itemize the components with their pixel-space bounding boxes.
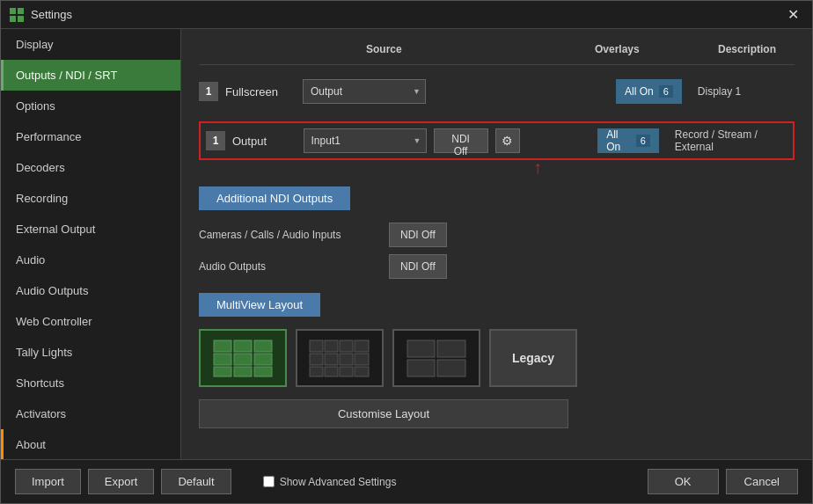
sidebar-item-about[interactable]: About <box>1 429 180 459</box>
sidebar-item-activators[interactable]: Activators <box>1 398 180 429</box>
row1-overlays-badge[interactable]: All On 6 <box>616 79 682 104</box>
row2-num: 1 <box>206 131 225 150</box>
advanced-settings-label: Show Advanced Settings <box>280 476 397 488</box>
layout-option-legacy[interactable]: Legacy <box>489 329 577 387</box>
source-header: Source <box>366 43 507 55</box>
audio-ndi-button[interactable]: NDI Off <box>389 254 447 279</box>
sidebar-item-display[interactable]: Display <box>1 29 180 60</box>
row2-ndi-button[interactable]: NDI Off <box>434 128 488 153</box>
svg-rect-28 <box>437 360 465 376</box>
row2-source-select[interactable]: Input1 <box>304 128 427 153</box>
sidebar-item-audio[interactable]: Audio <box>1 245 180 275</box>
cancel-button[interactable]: Cancel <box>726 469 798 494</box>
svg-rect-7 <box>214 354 231 365</box>
cameras-ndi-row: Cameras / Calls / Audio Inputs NDI Off <box>199 223 795 247</box>
svg-rect-21 <box>310 367 323 376</box>
svg-rect-24 <box>355 367 369 376</box>
svg-rect-17 <box>310 354 323 365</box>
legacy-label: Legacy <box>512 351 554 365</box>
row1-overlays-text: All On <box>625 85 654 98</box>
svg-rect-20 <box>355 354 369 365</box>
svg-rect-1 <box>18 8 24 14</box>
svg-rect-0 <box>10 8 16 14</box>
close-button[interactable]: ✕ <box>782 4 803 26</box>
arrow-indicator: ↑ <box>533 157 542 178</box>
row1-label: Fullscreen <box>225 85 296 99</box>
row1-overlays-count: 6 <box>659 85 673 98</box>
row2-overlays-count: 6 <box>636 135 650 147</box>
sidebar-item-options[interactable]: Options <box>1 91 180 121</box>
multiview-button[interactable]: MultiView Layout <box>199 293 320 317</box>
svg-rect-4 <box>214 340 231 352</box>
layout-option-2[interactable] <box>296 329 384 387</box>
svg-rect-12 <box>254 367 272 376</box>
svg-rect-10 <box>214 367 231 376</box>
audio-ndi-row: Audio Outputs NDI Off <box>199 254 795 279</box>
additional-ndi-section: Additional NDI Outputs Cameras / Calls /… <box>199 186 795 279</box>
window-title: Settings <box>31 8 72 21</box>
row2-gear-button[interactable]: ⚙ <box>495 128 520 153</box>
advanced-settings-checkbox[interactable] <box>263 476 275 487</box>
svg-rect-13 <box>310 340 323 352</box>
cameras-ndi-button[interactable]: NDI Off <box>389 223 447 247</box>
svg-rect-16 <box>355 340 369 352</box>
audio-ndi-label: Audio Outputs <box>199 260 375 273</box>
svg-rect-27 <box>407 360 435 376</box>
app-icon <box>10 8 24 22</box>
sidebar-item-decoders[interactable]: Decoders <box>1 152 180 183</box>
svg-rect-8 <box>234 354 252 365</box>
row2-label: Output <box>232 135 297 148</box>
sidebar-item-recording[interactable]: Recording <box>1 183 180 214</box>
row2-description: Record / Stream / External <box>675 128 787 153</box>
svg-rect-9 <box>254 354 272 365</box>
svg-rect-14 <box>325 340 338 352</box>
sidebar: Display Outputs / NDI / SRT Options Perf… <box>1 29 181 459</box>
footer: Import Export Default Show Advanced Sett… <box>1 459 812 503</box>
cameras-ndi-label: Cameras / Calls / Audio Inputs <box>199 229 375 241</box>
sidebar-item-audio-outputs[interactable]: Audio Outputs <box>1 275 180 306</box>
layout-option-3[interactable] <box>392 329 480 387</box>
sidebar-item-outputs[interactable]: Outputs / NDI / SRT <box>1 60 180 91</box>
additional-ndi-button[interactable]: Additional NDI Outputs <box>199 186 350 210</box>
svg-rect-18 <box>325 354 338 365</box>
advanced-settings-checkbox-label[interactable]: Show Advanced Settings <box>263 476 397 488</box>
layout-option-1[interactable] <box>199 329 287 387</box>
sidebar-item-performance[interactable]: Performance <box>1 121 180 152</box>
row1-source-select[interactable]: Output <box>303 79 426 104</box>
description-header: Description <box>718 43 776 55</box>
row2-overlays-text: All On <box>606 128 631 153</box>
svg-rect-19 <box>340 354 353 365</box>
row2-overlays-badge[interactable]: All On 6 <box>597 128 659 153</box>
svg-rect-11 <box>234 367 252 376</box>
svg-rect-25 <box>407 340 435 357</box>
svg-rect-15 <box>340 340 353 352</box>
svg-rect-2 <box>10 16 16 22</box>
row1-num: 1 <box>199 82 218 101</box>
sidebar-item-web-controller[interactable]: Web Controller <box>1 306 180 337</box>
sidebar-item-tally-lights[interactable]: Tally Lights <box>1 337 180 368</box>
sidebar-item-shortcuts[interactable]: Shortcuts <box>1 368 180 398</box>
ok-button[interactable]: OK <box>648 469 719 494</box>
import-button[interactable]: Import <box>15 469 81 494</box>
svg-rect-6 <box>254 340 272 352</box>
fullscreen-row: 1 Fullscreen Output All On 6 Display 1 <box>199 79 795 104</box>
svg-rect-23 <box>340 367 353 376</box>
column-headers: Source Overlays Description <box>199 43 795 65</box>
row1-description: Display 1 <box>698 85 741 98</box>
export-button[interactable]: Export <box>88 469 155 494</box>
svg-rect-26 <box>437 340 465 357</box>
output-row-highlighted: 1 Output Input1 NDI Off ⚙ All On 6 Recor… <box>199 121 795 160</box>
svg-rect-22 <box>325 367 338 376</box>
sidebar-item-external-output[interactable]: External Output <box>1 214 180 245</box>
svg-rect-3 <box>18 16 24 22</box>
layout-options: Legacy <box>199 329 795 387</box>
multiview-section: MultiView Layout <box>199 293 795 428</box>
overlays-header: Overlays <box>595 43 700 55</box>
svg-rect-5 <box>234 340 252 352</box>
content-area: Source Overlays Description 1 Fullscreen… <box>181 29 812 459</box>
customise-layout-button[interactable]: Customise Layout <box>199 399 568 428</box>
title-bar: Settings ✕ <box>1 1 812 29</box>
default-button[interactable]: Default <box>161 469 231 494</box>
